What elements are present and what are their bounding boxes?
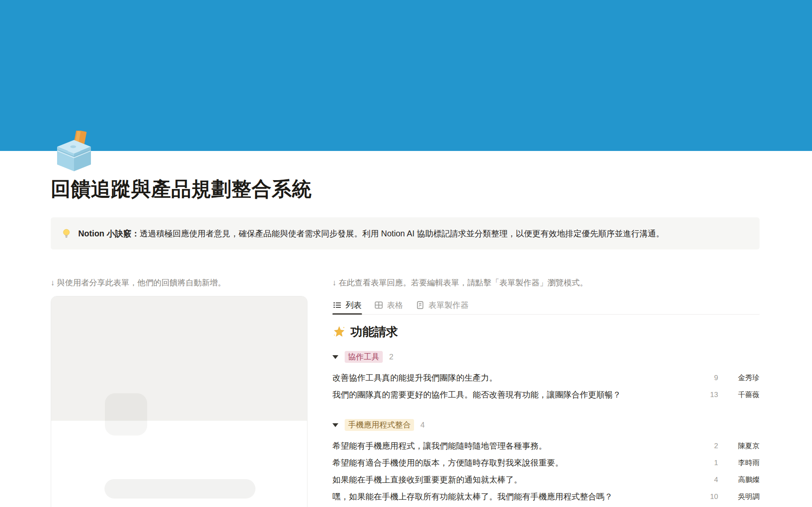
feedback-votes: 1	[700, 459, 718, 467]
feedback-row[interactable]: 如果能在手機上直接收到重要更新的通知就太棒了。 4 高鵬燦	[332, 474, 760, 485]
ballot-box-icon[interactable]	[54, 131, 94, 171]
light-bulb-icon	[61, 228, 72, 239]
group-header-collaboration: 協作工具 2	[332, 351, 760, 363]
form-builder-icon	[416, 301, 425, 310]
feedback-author: 千薔薇	[728, 390, 760, 400]
feedback-text: 改善協作工具真的能提升我們團隊的生產力。	[332, 372, 700, 384]
tip-callout: Notion 小訣竅：透過積極回應使用者意見，確保產品能與使者需求同步發展。利用…	[51, 217, 760, 249]
page-cover	[0, 0, 812, 151]
group-rows-mobile: 希望能有手機應用程式，讓我們能隨時隨地管理各種事務。 2 陳夏京 希望能有適合手…	[332, 440, 760, 502]
group-header-mobile: 手機應用程式整合 4	[332, 419, 760, 431]
feedback-votes: 4	[700, 476, 718, 484]
notion-page: 回饋追蹤與產品規劃整合系統 Notion 小訣竅：透過積極回應使用者意見，確保產…	[0, 0, 812, 507]
feedback-row[interactable]: 我們的團隊真的需要更好的協作工具。能否改善現有功能，讓團隊合作更順暢？ 13 千…	[332, 389, 760, 400]
responses-hint: ↓ 在此查看表單回應。若要編輯表單，請點擊「表單製作器」瀏覽模式。	[332, 278, 760, 288]
feedback-row[interactable]: 希望能有適合手機使用的版本，方便隨時存取對我來說很重要。 1 李時雨	[332, 457, 760, 469]
feedback-row[interactable]: 改善協作工具真的能提升我們團隊的生產力。 9 金秀珍	[332, 372, 760, 384]
feedback-votes: 9	[700, 374, 718, 382]
feedback-text: 希望能有適合手機使用的版本，方便隨時存取對我來說很重要。	[332, 457, 700, 469]
database-title: 功能請求	[332, 324, 760, 340]
table-view-icon	[374, 301, 383, 310]
feedback-text: 希望能有手機應用程式，讓我們能隨時隨地管理各種事務。	[332, 440, 700, 452]
form-preview-icon-placeholder	[105, 393, 147, 436]
responses-column: ↓ 在此查看表單回應。若要編輯表單，請點擊「表單製作器」瀏覽模式。 列表	[332, 278, 760, 502]
tab-list-label: 列表	[346, 300, 362, 311]
tip-callout-bold: Notion 小訣竅：	[78, 229, 140, 238]
feedback-votes: 10	[700, 493, 718, 501]
glowing-star-icon	[332, 325, 346, 339]
tab-form-builder-label: 表單製作器	[428, 300, 469, 311]
form-share-column: ↓ 與使用者分享此表單，他們的回饋將自動新增。	[51, 278, 307, 507]
page-title[interactable]: 回饋追蹤與產品規劃整合系統	[51, 176, 312, 203]
feedback-row[interactable]: 嘿，如果能在手機上存取所有功能就太棒了。我們能有手機應用程式整合嗎？ 10 吳明…	[332, 491, 760, 502]
tab-table-view[interactable]: 表格	[374, 296, 403, 314]
form-preview-cover	[51, 296, 307, 421]
view-tabbar: 列表 表格	[332, 296, 760, 315]
form-share-hint: ↓ 與使用者分享此表單，他們的回饋將自動新增。	[51, 278, 307, 288]
form-preview-title-placeholder	[104, 479, 255, 499]
tip-callout-body: 透過積極回應使用者意見，確保產品能與使者需求同步發展。利用 Notion AI …	[140, 229, 664, 238]
group-toggle-icon[interactable]	[332, 355, 338, 359]
group-rows-collaboration: 改善協作工具真的能提升我們團隊的生產力。 9 金秀珍 我們的團隊真的需要更好的協…	[332, 372, 760, 400]
feedback-votes: 13	[700, 391, 718, 399]
feedback-author: 陳夏京	[728, 441, 760, 451]
group-badge[interactable]: 手機應用程式整合	[345, 419, 414, 431]
feedback-author: 高鵬燦	[728, 475, 760, 485]
tab-list-view[interactable]: 列表	[332, 296, 362, 314]
feedback-votes: 2	[700, 442, 718, 450]
feedback-author: 金秀珍	[728, 373, 760, 383]
feedback-text: 嘿，如果能在手機上存取所有功能就太棒了。我們能有手機應用程式整合嗎？	[332, 491, 700, 502]
tip-callout-text: Notion 小訣竅：透過積極回應使用者意見，確保產品能與使者需求同步發展。利用…	[78, 228, 664, 239]
feedback-row[interactable]: 希望能有手機應用程式，讓我們能隨時隨地管理各種事務。 2 陳夏京	[332, 440, 760, 452]
feedback-author: 李時雨	[728, 458, 760, 468]
feedback-text: 我們的團隊真的需要更好的協作工具。能否改善現有功能，讓團隊合作更順暢？	[332, 389, 700, 400]
list-view-icon	[333, 301, 342, 310]
tab-table-label: 表格	[387, 300, 403, 311]
database-title-text: 功能請求	[351, 324, 398, 340]
group-toggle-icon[interactable]	[332, 423, 338, 427]
group-count: 2	[389, 352, 393, 362]
feedback-text: 如果能在手機上直接收到重要更新的通知就太棒了。	[332, 474, 700, 485]
feedback-author: 吳明調	[728, 492, 760, 502]
group-badge[interactable]: 協作工具	[345, 351, 383, 363]
form-preview-card[interactable]	[51, 296, 307, 507]
tab-form-builder[interactable]: 表單製作器	[415, 296, 469, 314]
group-count: 4	[420, 420, 425, 430]
